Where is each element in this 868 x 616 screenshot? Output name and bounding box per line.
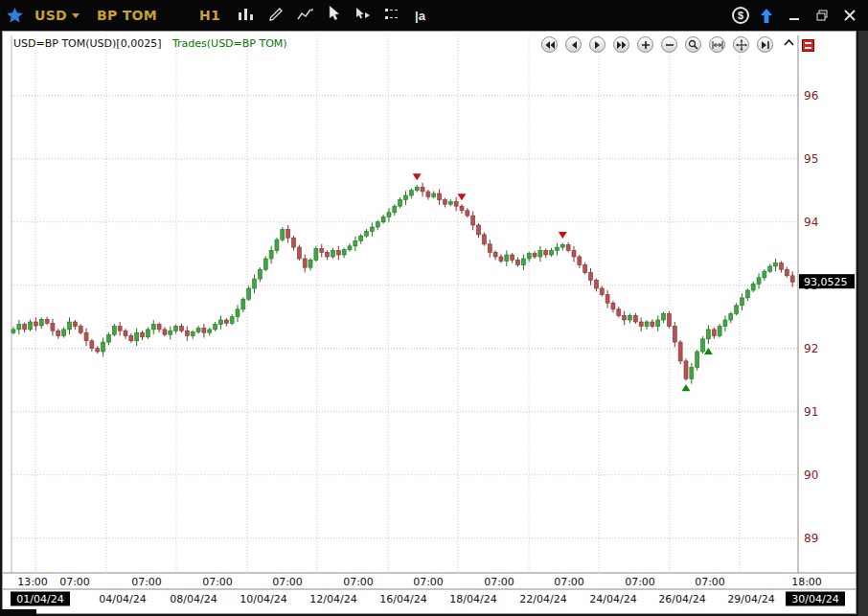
zoom-out-icon xyxy=(665,40,674,50)
nav-fast-forward-button[interactable] xyxy=(613,36,629,53)
nav-step-back-button[interactable] xyxy=(565,36,582,53)
time-label: 18:00 xyxy=(791,576,822,588)
cursor-mode-icon xyxy=(355,8,371,24)
sell-marker-icon xyxy=(413,173,422,180)
sell-marker-icon xyxy=(559,232,567,239)
y-axis-label: 95 xyxy=(804,152,818,166)
date-label: 18/04/24 xyxy=(449,593,496,605)
date-label: 26/04/24 xyxy=(658,593,705,605)
date-label: 16/04/24 xyxy=(379,593,426,605)
candlestick-series xyxy=(11,183,794,384)
sell-marker-icon xyxy=(458,194,467,200)
text-tool-icon: |a xyxy=(415,9,425,23)
favorites-star-icon[interactable] xyxy=(7,8,23,23)
nav-rewind-button[interactable] xyxy=(541,36,558,53)
buy-marker-icon xyxy=(682,384,691,391)
zoom-in-icon xyxy=(641,40,651,50)
time-label: 07:00 xyxy=(484,576,514,588)
magnifier-icon xyxy=(688,39,698,50)
date-label: 29/04/24 xyxy=(727,593,774,605)
scroll-up-button[interactable] xyxy=(782,35,796,49)
date-label: 04/04/24 xyxy=(99,593,146,605)
chevron-down-icon xyxy=(72,13,80,18)
y-axis-label: 96 xyxy=(804,89,818,103)
restore-button[interactable] xyxy=(811,6,833,25)
time-label: 07:00 xyxy=(625,576,655,588)
date-label: 12/04/24 xyxy=(309,593,356,605)
last-price-label: 93,0525 xyxy=(804,276,848,288)
cursor-mode-button[interactable] xyxy=(354,6,373,26)
indicator-button[interactable] xyxy=(295,6,316,26)
chart-plot-area[interactable]: 969594939291908913:0007:0007:0007:0007:0… xyxy=(3,32,856,613)
fit-width-icon xyxy=(712,40,723,50)
time-label: 07:00 xyxy=(413,576,444,588)
pencil-button[interactable] xyxy=(267,6,285,26)
nav-move-button[interactable] xyxy=(733,36,749,53)
gridlines xyxy=(11,35,798,573)
step-back-icon xyxy=(570,40,578,50)
time-label: 07:00 xyxy=(131,576,162,588)
time-label: 07:00 xyxy=(554,576,584,588)
fast-forward-icon xyxy=(616,40,628,50)
rewind-icon xyxy=(544,40,556,50)
y-axis-label: 90 xyxy=(804,468,818,482)
levels-button[interactable] xyxy=(383,6,402,25)
instrument-label: USD xyxy=(34,8,67,23)
nav-magnifier-button[interactable] xyxy=(685,36,701,53)
dollar-glyph: $ xyxy=(738,10,743,21)
y-axis-label: 94 xyxy=(804,216,818,229)
dollar-circle-icon[interactable]: $ xyxy=(732,7,749,24)
nav-go-to-end-button[interactable] xyxy=(757,36,773,53)
nav-step-forward-button[interactable] xyxy=(589,36,605,53)
y-axis-label: 89 xyxy=(804,532,818,545)
drawing-toolbar: |a xyxy=(236,4,427,27)
window-edge xyxy=(858,31,868,616)
arrow-up-icon[interactable] xyxy=(756,6,777,25)
date-label: 01/04/24 xyxy=(16,593,63,605)
chart-bars-icon xyxy=(238,8,255,24)
chart-nav-toolbar xyxy=(541,36,773,53)
chart-panel: 969594939291908913:0007:0007:0007:0007:0… xyxy=(2,31,857,614)
corner-artifact xyxy=(0,609,36,616)
nav-zoom-in-button[interactable] xyxy=(637,36,653,53)
timeframe-selector[interactable]: H1 xyxy=(199,8,220,23)
orders-icon[interactable] xyxy=(802,39,814,52)
titlebar-right-cluster: $ xyxy=(732,6,860,25)
date-label: 10/04/24 xyxy=(240,593,286,605)
titlebar: USD BP TOM H1 xyxy=(0,0,868,31)
cursor-icon xyxy=(329,6,341,25)
close-button[interactable] xyxy=(839,6,860,25)
date-label: 22/04/24 xyxy=(519,593,566,605)
time-label: 07:00 xyxy=(272,576,303,588)
time-label: 07:00 xyxy=(343,576,374,588)
minimize-button[interactable] xyxy=(784,6,805,25)
date-label: 30/04/24 xyxy=(791,593,838,605)
date-label: 24/04/24 xyxy=(589,593,636,605)
indicator-icon xyxy=(297,8,314,24)
text-tool-button[interactable]: |a xyxy=(413,7,427,25)
nav-fit-width-button[interactable] xyxy=(709,36,725,53)
pair-label[interactable]: BP TOM xyxy=(97,8,157,23)
go-to-end-icon xyxy=(761,40,770,50)
time-label: 07:00 xyxy=(695,576,725,588)
time-label: 07:00 xyxy=(202,576,233,588)
move-icon xyxy=(736,39,747,51)
time-label: 07:00 xyxy=(59,576,90,588)
chart-bars-button[interactable] xyxy=(236,6,257,26)
nav-zoom-out-button[interactable] xyxy=(661,36,677,53)
time-label: 13:00 xyxy=(17,576,48,588)
cursor-button[interactable] xyxy=(327,4,343,27)
buy-marker-icon xyxy=(704,348,713,354)
date-label: 08/04/24 xyxy=(170,593,217,605)
instrument-selector[interactable]: USD xyxy=(34,8,80,23)
step-forward-icon xyxy=(594,40,602,50)
pencil-icon xyxy=(269,8,283,24)
y-axis-label: 92 xyxy=(804,342,818,355)
y-axis-label: 91 xyxy=(804,405,818,419)
levels-icon xyxy=(385,8,400,23)
